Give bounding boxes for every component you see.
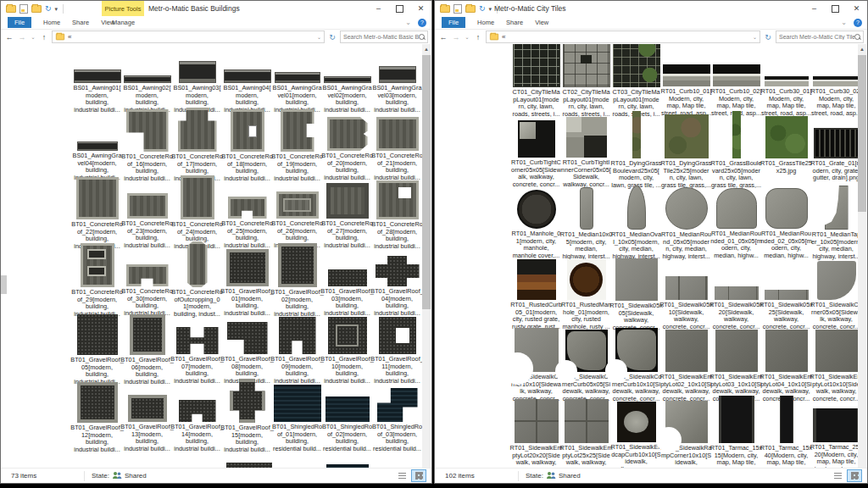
title-bar[interactable]: ↻ ▾ Picture Tools Metr-o-Matic Basic Bui… — [1, 1, 431, 16]
tab-share[interactable]: Share — [72, 17, 89, 28]
file-item[interactable]: RT01_GrassBoule vard25x05[moder n, city,… — [711, 117, 761, 188]
forward-button[interactable]: → — [17, 33, 27, 42]
tab-file[interactable]: File — [442, 17, 465, 28]
tab-home[interactable]: Home — [43, 17, 60, 28]
file-item[interactable]: RT01_SidewalkEm ptyLot20x20[Side walk, w… — [511, 402, 561, 470]
file-item[interactable]: BS01_Awning01[ modern, building, industr… — [72, 46, 122, 114]
left-edge-scroll-tab[interactable] — [1, 275, 7, 294]
back-button[interactable]: ← — [4, 33, 14, 42]
file-item[interactable]: RT01_SidewalkEn dcapCurb10x10[S idewalk,… — [611, 402, 661, 470]
file-item[interactable]: BT01_ShingledRo of_01[modern, building, … — [272, 385, 322, 452]
address-dropdown-chevron-icon[interactable]: ⌄ — [753, 34, 757, 40]
search-input[interactable] — [779, 34, 854, 40]
search-icon[interactable] — [419, 34, 425, 40]
file-item[interactable]: RT01_Curb30_02[ Modern, city, map, Map t… — [811, 46, 861, 117]
file-item[interactable]: BT01_ConcreteRo of_28[modern, building, … — [372, 181, 422, 249]
file-item[interactable]: BT01_GravelRoof_ 15[modern, building, in… — [222, 385, 272, 452]
customize-toolbar-chevron-icon[interactable]: ▾ — [489, 6, 492, 12]
close-button[interactable]: ✕ — [846, 1, 867, 16]
thumbnails-view-button[interactable] — [847, 469, 862, 482]
file-item[interactable]: RT01_MedianTap er_10x05[modern, city, me… — [811, 188, 861, 259]
scroll-up-icon[interactable]: ▲ — [422, 44, 431, 53]
file-item[interactable]: CT01_CityTileMa pLayout01[mode rn, city,… — [511, 46, 561, 117]
recent-locations-chevron-icon[interactable]: ⌄ — [30, 34, 36, 40]
file-item[interactable]: RT01_CurbTightI nnerCorner05x05[ Sidewal… — [561, 117, 611, 188]
refresh-address-icon[interactable]: ↻ — [763, 33, 773, 42]
file-item[interactable]: BT01_GravelRoof_ 10[modern, building, in… — [322, 317, 372, 385]
file-item[interactable]: BT01_ShingledRo of_02[modern, building, … — [322, 385, 372, 452]
file-item[interactable]: RT01_Grate_01[m odern, city, grate, gutt… — [811, 117, 861, 188]
file-item[interactable]: BT01_ConcreteRo of_25[modern, building, … — [222, 181, 272, 249]
address-input[interactable]: « ⌄ — [52, 30, 325, 43]
file-item[interactable]: RT01_SidewalkCo rner05x05[Sidewa lk, wal… — [811, 259, 861, 330]
file-item[interactable]: BT01_GravelRoof_ 08[modern, building, in… — [222, 317, 272, 385]
file-item[interactable]: RT01_Curb30_01[ Modern, city, map, Map t… — [761, 46, 811, 117]
forward-button[interactable]: → — [451, 33, 461, 42]
tab-home[interactable]: Home — [477, 17, 494, 28]
up-button[interactable]: ↑ — [473, 33, 483, 42]
file-item[interactable]: RT01_DyingGrass Boulevard25x05[ modern, … — [611, 117, 661, 188]
minimize-button[interactable]: – — [804, 1, 825, 16]
file-item[interactable]: RT01_SidewalkRa mpCorner10x10[S idewalk,… — [661, 402, 711, 470]
file-item[interactable]: BT01_ConcreteRo of_18[modern, building, … — [222, 114, 272, 181]
file-item[interactable]: BT01_GravelRoof_ 09[modern, building, in… — [272, 317, 322, 385]
up-button[interactable]: ↑ — [39, 33, 49, 42]
picture-tools-contextual-tab[interactable]: Picture Tools — [102, 1, 144, 16]
tab-view[interactable]: View — [535, 17, 548, 28]
file-item[interactable]: BT01_GravelRoof_ 13[modern, building, in… — [122, 385, 172, 452]
help-icon[interactable]: ? — [418, 19, 426, 27]
new-folder-icon[interactable] — [31, 5, 42, 13]
file-item[interactable]: BT01_ConcreteRo ofOutcropping_0 1[modern… — [172, 249, 222, 317]
file-item[interactable]: RT01_Median10x0 5[modern, city, median, … — [561, 188, 611, 259]
address-dropdown-chevron-icon[interactable]: ⌄ — [317, 34, 321, 40]
file-item[interactable]: BT01_ConcreteRo of_21[modern, building, … — [372, 114, 422, 181]
file-item[interactable]: RT01_MedianRou nd_05x05[moder n, city, m… — [661, 188, 711, 259]
file-item[interactable]: RT01_Tarmac_15x 40[Modern, city, map, Ma… — [761, 402, 811, 470]
file-item[interactable]: BS01_Awning03[ modern, building, industr… — [172, 46, 222, 114]
file-item[interactable]: BT01_GravelRoof_ 05[modern, building, in… — [72, 317, 122, 385]
file-item[interactable]: RT01_SidewalkEm ptyLot02_10x10[Si dewalk… — [661, 330, 711, 402]
file-item[interactable]: RT01_Manhole_0 1[modern, city, manhole, … — [511, 188, 561, 259]
file-item[interactable]: RT01_Curb10_01[ Modern, city, map, Map t… — [661, 46, 711, 117]
help-icon[interactable]: ? — [854, 19, 862, 27]
refresh-address-icon[interactable]: ↻ — [327, 33, 337, 42]
back-button[interactable]: ← — [438, 33, 448, 42]
file-item[interactable]: BT01_ConcreteRo of_16[modern, building, … — [122, 114, 172, 181]
file-item[interactable]: BT01_ConcreteRo of_30[modern, building, … — [122, 249, 172, 317]
file-item[interactable]: CT03_CityTileMa pLayout01[mode rn, city,… — [611, 46, 661, 117]
file-item[interactable]: RT01_SidewalkEm ptyLot04_10x10[Si dewalk… — [761, 330, 811, 402]
file-item[interactable]: RT01_Sidewalk05x 10[Sidewalk, walkway, c… — [661, 259, 711, 330]
file-item[interactable]: RT01_MedianOva l_10x05[modern, city, med… — [611, 188, 661, 259]
file-item[interactable]: BT01_GravelRoof_ 11[modern, building, in… — [372, 317, 422, 385]
minimize-button[interactable]: – — [368, 1, 389, 16]
file-item[interactable]: CT02_CityTileMa pLayout01[mode rn, city,… — [561, 46, 611, 117]
search-icon[interactable] — [854, 34, 860, 40]
file-item[interactable]: RT01_SidewalkEm ptyLot03_10x10[Si dewalk… — [711, 330, 761, 402]
title-bar[interactable]: ↻ ▾ Metr-o-Matic City Tiles – ✕ — [435, 1, 867, 16]
details-view-button[interactable] — [830, 469, 845, 482]
scrollbar-thumb[interactable] — [422, 55, 431, 309]
new-folder-icon[interactable] — [465, 5, 476, 13]
file-item[interactable]: BT01_GravelRoof_ 01[modern, building, in… — [222, 249, 272, 317]
file-item[interactable]: BS01_Awning04[ modern, building, industr… — [222, 46, 272, 114]
file-item[interactable]: BS01_AwningGra vel03[modern, building, i… — [372, 46, 422, 114]
file-item[interactable]: BT01_GravelRoof_ 07[modern, building, in… — [172, 317, 222, 385]
file-item[interactable]: RT01_Sidewalk05x 25[Sidewalk, walkway, c… — [761, 259, 811, 330]
file-item[interactable]: BT01_GravelRoof_ 02[modern, building, in… — [272, 249, 322, 317]
file-item[interactable]: RT01_SidewalkCo rnerCurb10x10[Si dewalk,… — [611, 330, 661, 402]
address-input[interactable]: « ⌄ — [486, 30, 760, 43]
breadcrumb[interactable]: « — [68, 33, 71, 41]
close-button[interactable]: ✕ — [410, 1, 431, 16]
file-item[interactable]: BT01_ConcreteRo of_17[modern, building, … — [172, 114, 222, 181]
refresh-icon[interactable]: ↻ — [479, 5, 486, 13]
maximize-button[interactable] — [389, 1, 410, 16]
file-item[interactable]: BT01_GravelRoof_ 04[modern, building, in… — [372, 249, 422, 317]
file-item[interactable]: RT01_DyingGrass Tile25x25[moder n, city,… — [661, 117, 711, 188]
file-item[interactable]: RT01_RustedMan hole_01[modern, city, rus… — [561, 259, 611, 330]
file-item[interactable]: BT01_GravelRoof_ 12[modern, building, in… — [72, 385, 122, 452]
file-item[interactable]: BT01_GravelRoof_ 03[modern, building, in… — [322, 249, 372, 317]
file-item[interactable]: RT01_SidewalkEm ptyLot25x25[Side walk, w… — [561, 402, 611, 470]
file-item[interactable]: RT01_CurbTightC orner05x05[Sidew alk, wa… — [511, 117, 561, 188]
collapse-ribbon-chevron-icon[interactable]: ⌄ — [405, 19, 411, 26]
scrollbar-thumb[interactable] — [858, 55, 866, 212]
